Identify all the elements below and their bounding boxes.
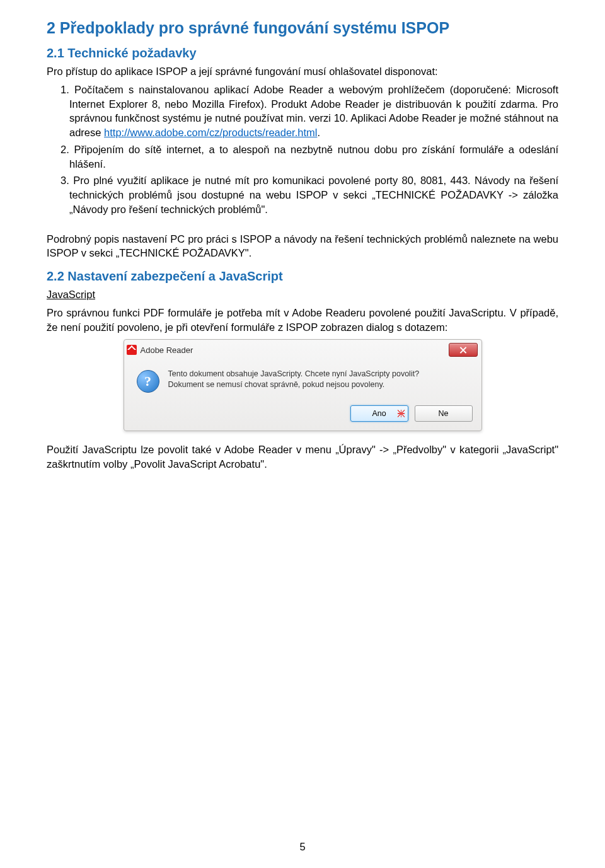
dialog-message-line2: Dokument se nemusí chovat správně, pokud… — [168, 379, 420, 390]
no-button-label: Ne — [439, 409, 449, 418]
yes-button-label: Ano — [372, 409, 386, 418]
paragraph-enable-js: Použití JavaScriptu lze povolit také v A… — [47, 443, 558, 472]
page-number: 5 — [0, 841, 605, 853]
document-page: 2 Předpoklady pro správné fungování syst… — [0, 0, 605, 868]
list-item-2: 2. Připojením do sítě internet, a to ale… — [69, 142, 558, 171]
close-button[interactable] — [449, 343, 478, 357]
list-item-1: 1. Počítačem s nainstalovanou aplikací A… — [69, 83, 558, 140]
question-icon: ? — [137, 370, 159, 393]
list-item-3: 3. Pro plné využití aplikace je nutné mí… — [69, 173, 558, 216]
dialog-message-line1: Tento dokument obsahuje JavaScripty. Chc… — [168, 369, 420, 379]
yes-button[interactable]: Ano — [350, 405, 408, 422]
heading-1: 2 Předpoklady pro správné fungování syst… — [47, 19, 558, 37]
javascript-subheading: JavaScript — [47, 287, 558, 302]
list-item-1-post: . — [317, 127, 320, 138]
dialog-titlebar: Adobe Reader — [124, 340, 481, 359]
dialog-body: ? Tento dokument obsahuje JavaScripty. C… — [124, 359, 481, 402]
adobe-reader-link[interactable]: http://www.adobe.com/cz/products/reader.… — [104, 127, 317, 138]
dialog-title-left: Adobe Reader — [127, 345, 193, 355]
close-icon — [459, 347, 466, 354]
heading-2-2: 2.2 Nastavení zabezpečení a JavaScript — [47, 269, 558, 284]
intro-paragraph: Pro přístup do aplikace ISPOP a její spr… — [47, 64, 558, 79]
adobe-reader-icon — [127, 345, 137, 355]
dialog-title-text: Adobe Reader — [141, 345, 193, 355]
dialog-window: Adobe Reader ? Tento dokument obsahuje J… — [124, 339, 482, 431]
requirements-list: 1. Počítačem s nainstalovanou aplikací A… — [47, 83, 558, 217]
question-mark: ? — [144, 373, 151, 390]
paragraph-technical: Podrobný popis nastavení PC pro práci s … — [47, 232, 558, 261]
no-button[interactable]: Ne — [415, 405, 473, 422]
dialog-message: Tento dokument obsahuje JavaScripty. Chc… — [168, 369, 420, 393]
dialog-screenshot: Adobe Reader ? Tento dokument obsahuje J… — [124, 339, 482, 431]
heading-2-1: 2.1 Technické požadavky — [47, 46, 558, 61]
dialog-actions: Ano Ne — [124, 402, 481, 431]
paragraph-javascript: Pro správnou funkci PDF formuláře je pot… — [47, 306, 558, 335]
